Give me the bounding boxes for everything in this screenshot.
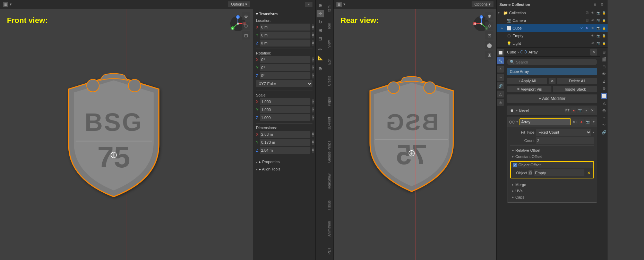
array-camera-btn[interactable]: 📷 [585, 119, 590, 125]
bevel-camera-btn[interactable]: 📷 [577, 108, 583, 113]
right-viewport-select-btn[interactable]: ⊕ [485, 12, 493, 20]
search-bar[interactable]: 🔍 [507, 59, 597, 65]
tab-pdt[interactable]: PDT [327, 246, 331, 256]
rb-scene-btn[interactable]: ⊞ [601, 49, 607, 55]
viewport-right-menu-icon[interactable]: ☰ [336, 2, 342, 7]
modifier-props-icon[interactable]: 🔧 [497, 57, 504, 64]
rotation-y-input[interactable] [260, 64, 310, 71]
rb-world-btn[interactable]: ⊛ [601, 85, 607, 92]
rotation-x-input[interactable] [260, 56, 310, 63]
object-value-input[interactable] [534, 169, 584, 176]
viewport-vis-btn[interactable]: 👁 Viewport Vis [507, 86, 551, 92]
right-viewport-zoom-btn[interactable]: ⊙ [485, 22, 493, 30]
dim-y-input[interactable] [260, 139, 310, 146]
scale-y-input[interactable] [260, 106, 310, 113]
rotation-x-copy[interactable]: ⧉ [312, 57, 314, 62]
bevel-realtime-btn[interactable]: RT [565, 108, 570, 113]
tab-tool[interactable]: Tool [327, 22, 331, 31]
dim-x-input[interactable] [260, 131, 310, 138]
array-render-btn[interactable]: 🔺 [578, 119, 584, 125]
add-modifier-btn[interactable]: + Add Modifier [507, 94, 597, 103]
merge-toggle[interactable]: ▸ Merge [510, 182, 594, 188]
tab-create[interactable]: Create [327, 74, 331, 87]
right-viewport-render-btn[interactable]: ⬤ [485, 41, 493, 49]
toggle-stack-btn[interactable]: Toggle Stack [553, 86, 597, 92]
tab-realshow[interactable]: RealShow [327, 172, 331, 191]
scene-settings-btn[interactable]: ⚙ [599, 2, 605, 7]
viewport-view-btn[interactable]: ⊡ [242, 31, 250, 40]
tab-grease-pencil[interactable]: Grease Pencil [327, 140, 331, 164]
viewport-left-canvas[interactable]: Front view: [0, 9, 253, 260]
location-x-copy[interactable]: ⧉ [312, 24, 314, 30]
rotation-mode-select[interactable]: XYZ Euler [256, 80, 312, 87]
location-x-input[interactable] [260, 24, 310, 31]
dim-y-copy[interactable]: ⧉ [312, 140, 314, 145]
tree-item-collection[interactable]: ▾ 📁 Collection ☑ 👁 📷 🔒 [497, 9, 608, 17]
tab-view[interactable]: View [327, 39, 331, 49]
bevel-close-btn[interactable]: ✕ [590, 108, 595, 113]
viewport-left-options-btn[interactable]: Options ▾ [228, 1, 250, 7]
tree-item-light[interactable]: 💡 Light 👁 📷 🔒 [497, 40, 608, 47]
uvs-toggle[interactable]: ▸ UVs [510, 188, 594, 194]
tab-tissue[interactable]: Tissue [327, 199, 331, 212]
physics-icon[interactable]: 〜 [497, 74, 504, 81]
add-object-btn[interactable]: ⊕ [317, 65, 324, 72]
bevel-render-btn[interactable]: 🔺 [571, 108, 576, 113]
scale-x-copy[interactable]: ⧉ [312, 99, 314, 104]
rb-object-btn[interactable]: ⬜ [601, 93, 607, 99]
object-offset-checkbox[interactable]: ✓ [513, 163, 517, 167]
rb-view-btn[interactable]: 👁 [601, 71, 607, 77]
move-tool-btn[interactable]: ✛ [317, 10, 324, 17]
dim-z-input[interactable] [260, 147, 310, 154]
constraints-icon[interactable]: 🔗 [497, 82, 504, 89]
rb-physics-btn[interactable]: 〜 [601, 122, 607, 128]
rotation-y-copy[interactable]: ⧉ [312, 65, 314, 70]
object-offset-close-btn[interactable]: ✕ [587, 170, 591, 175]
viewport-left[interactable]: ☰ ▾ Options ▾ Front view: [0, 0, 253, 260]
rb-constraints-btn[interactable]: 🔗 [601, 129, 607, 135]
rotate-tool-btn[interactable]: ↻ [317, 18, 324, 26]
location-z-copy[interactable]: ⧉ [312, 40, 314, 46]
rb-scene-props-btn[interactable]: ⊿ [601, 78, 607, 84]
annotate-tool-btn[interactable]: ✏ [317, 45, 324, 53]
rotation-z-copy[interactable]: ⧉ [312, 73, 314, 78]
location-y-copy[interactable]: ⧉ [312, 32, 314, 38]
rb-mesh-btn[interactable]: △ [601, 100, 607, 106]
material-icon[interactable]: ◎ [497, 99, 504, 106]
fit-type-select[interactable]: Fixed Count [536, 129, 591, 136]
properties-section-toggle[interactable]: ▸ ▸ Properties [256, 158, 312, 166]
tree-item-camera[interactable]: 📷 Camera ☑ 👁 📷 🔒 [497, 17, 608, 24]
array-name-input[interactable] [520, 118, 571, 125]
data-icon[interactable]: △ [497, 91, 504, 98]
rb-particles-btn[interactable]: ⁘ [601, 115, 607, 121]
dim-x-copy[interactable]: ⧉ [312, 132, 314, 137]
tab-item[interactable]: Item [327, 4, 331, 14]
scale-tool-btn[interactable]: ⊞ [317, 26, 324, 34]
apply-all-close-btn[interactable]: ✕ [549, 78, 556, 84]
tab-animation[interactable]: Animation [327, 220, 331, 238]
rb-output-btn[interactable]: ⊟ [601, 64, 607, 70]
tree-item-cube[interactable]: ▸ ⬜ Cube V ↻ 👁 📷 🔒 [497, 24, 608, 32]
apply-all-btn[interactable]: ↓ Apply All [507, 78, 547, 84]
rb-material-btn[interactable]: ◎ [601, 107, 607, 114]
viewport-menu-icon[interactable]: ☰ [3, 2, 8, 7]
scale-x-input[interactable] [260, 98, 310, 105]
particles-icon[interactable]: ⁘ [497, 66, 504, 73]
scale-z-input[interactable] [260, 114, 310, 121]
scale-z-copy[interactable]: ⧉ [312, 115, 314, 120]
transform-tool-btn[interactable]: ⊟ [317, 35, 324, 42]
relative-offset-toggle[interactable]: ▸ Relative Offset [510, 147, 594, 153]
viewport-zoom-btn[interactable]: ⊙ [242, 22, 250, 30]
scene-filter-btn[interactable]: ⊕ [592, 2, 598, 7]
rb-render-btn[interactable]: 🎬 [601, 56, 607, 62]
delete-all-btn[interactable]: Delete All [557, 78, 597, 84]
tab-paper[interactable]: Paper [327, 95, 331, 108]
align-tools-section-toggle[interactable]: ▸ ▸ Align Tools [256, 166, 312, 173]
viewport-select-btn[interactable]: ⊕ [242, 12, 250, 20]
tab-edit[interactable]: Edit [327, 57, 331, 66]
properties-options-btn[interactable]: ▾ [305, 2, 312, 7]
measure-tool-btn[interactable]: 📐 [317, 54, 324, 61]
dim-z-copy[interactable]: ⧉ [312, 148, 314, 153]
object-props-icon[interactable]: ⬜ [497, 49, 504, 56]
bevel-down-btn[interactable]: ▾ [583, 108, 589, 113]
